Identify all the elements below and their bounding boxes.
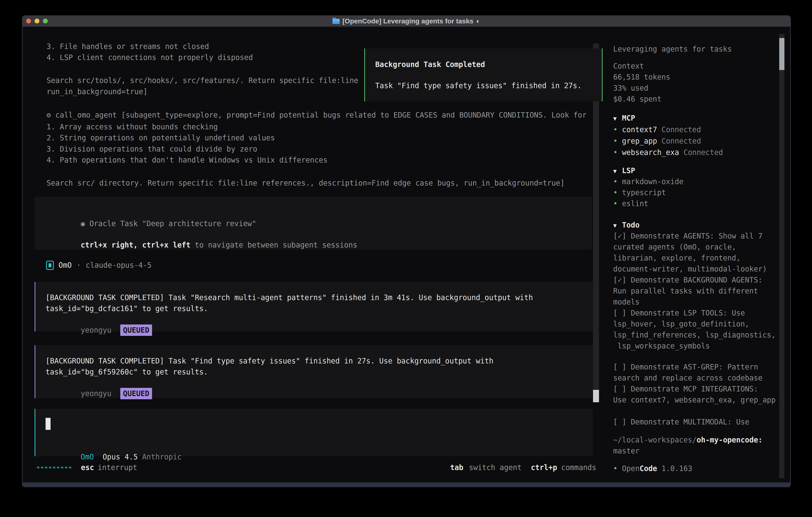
lsp-item: •markdown-oxide [613,176,684,187]
oracle-task-title: Oracle Task "Deep architecture review" [85,219,256,228]
status-badge: QUEUED [120,324,152,336]
context-heading: Context [613,61,644,72]
task-user: yeongyu [81,326,112,334]
todo-line: search and replace across codebase [613,373,762,383]
window-bottom-edge [22,483,791,487]
lsp-section-header[interactable]: ▼LSP [613,165,635,177]
green-dot-icon: • [613,124,622,135]
lsp-heading: LSP [622,166,635,175]
terminal-line: 4. LSP client connections not properly d… [47,52,253,63]
todo-line: [✓] Demonstrate AGENTS: Show all 7 [613,230,762,242]
agent-header: OmO · claude-opus-4-5 [46,260,152,271]
context-spent: $0.46 spent [613,93,662,105]
session-state-icon: ◐ [476,16,481,27]
toast-title: Background Task Completed [375,59,485,70]
session-title: Leveraging agents for tasks [613,44,732,55]
lsp-name: eslint [622,199,648,208]
ctrlp-key-label: commands [561,462,597,473]
oracle-task-panel: ◉ Oracle Task "Deep architecture review"… [35,197,592,249]
green-dot-icon: • [613,147,622,158]
todo-line: [ ] Demonstrate MULTIMODAL: Use [613,416,749,428]
lsp-name: typescript [622,188,666,197]
lsp-item: •eslint [613,198,648,209]
task-message-line: [BACKGROUND TASK COMPLETED] Task "Resear… [46,292,533,303]
todo-line-active: lsp_hover, lsp_goto_definition, [613,319,749,329]
statusbar-left: esc interrupt [37,462,137,473]
mcp-section-header[interactable]: ▼MCP [613,113,635,124]
folder-icon [332,19,340,24]
todo-line-active: lsp_workspace_symbols [613,341,710,351]
mcp-item: •grep_app Connected [613,136,701,146]
todo-line: Run parallel tasks with different [613,285,758,297]
task-user: yeongyu [81,389,112,398]
todo-line-active: lsp_find_references, lsp_diagnostics, [613,329,776,341]
green-dot-icon: • [613,463,622,474]
todo-line: models [613,297,640,307]
traffic-lights [26,19,48,23]
path-prefix: ~/local-workspaces/ [613,436,697,444]
close-button[interactable] [26,19,31,23]
mcp-status: Connected [662,137,701,145]
terminal-line: 1. Array access without bounds checking [47,121,218,132]
chevron-down-icon: ▼ [613,113,622,124]
input-model-name: Opus 4.5 [103,453,138,461]
todo-line: document-writer, multimodal-looker) [613,264,767,274]
todo-line-active: [ ] Demonstrate LSP TOOLS: Use [613,307,745,319]
esc-key-label: interrupt [98,462,137,473]
shortcut-keys: ctrl+x right, ctrl+x left [81,241,191,249]
mcp-name: context7 [622,125,657,134]
agent-model: claude-opus-4-5 [86,260,152,271]
desktop: [OpenCode] Leveraging agents for tasks ◐… [0,0,812,517]
window-title: [OpenCode] Leveraging agents for tasks [343,16,473,27]
ctrlp-key-hint: ctrl+p [531,462,557,473]
chevron-down-icon: ▼ [613,166,622,177]
shortcut-description: to navigate between subagent sessions [191,241,357,249]
sidebar-scrollbar-thumb[interactable] [779,38,784,70]
mcp-item: •context7 Connected [613,124,701,135]
sidebar-scrollbar[interactable] [779,34,784,478]
prompt-input[interactable]: OmO Opus 4.5 Anthropic [35,409,593,456]
tab-key-label: switch agent [469,462,522,473]
context-used: 33% used [613,83,648,93]
chevron-down-icon: ▼ [613,220,622,231]
mcp-item: •websearch_exa Connected [613,147,723,158]
progress-dashes-icon [37,467,71,468]
task-message-line: task_id="bg_dcfac161" to get results. [46,303,208,314]
mcp-status: Connected [662,125,701,134]
app-name-em: Code [640,464,657,473]
status-badge: QUEUED [120,388,152,399]
todo-line: curated agents (OmO, oracle, [613,242,736,252]
todo-line: librarian, explore, frontend, [613,252,741,264]
opencode-window: [OpenCode] Leveraging agents for tasks ◐… [22,16,791,487]
green-dot-icon: • [613,198,622,209]
terminal-line: 2. String operations on potentially unde… [47,132,275,143]
esc-key-hint: esc [81,462,94,473]
todo-section-header[interactable]: ▼Todo [613,219,640,231]
context-tokens: 66,518 tokens [613,72,670,83]
terminal-line: Search src/ directory. Return specific f… [47,178,564,189]
mcp-name: websearch_exa [622,148,679,157]
green-dot-icon: • [613,136,622,146]
separator-dot: · [77,260,81,271]
todo-line: [ ] Demonstrate AST-GREP: Pattern [613,361,758,373]
app-name-dim: Open [622,464,640,473]
todo-heading: Todo [622,221,640,229]
task-message-line: task_id="bg_6f59260c" to get results. [46,366,208,377]
todo-line: [✓] Demonstrate BACKGROUND AGENTS: [613,274,762,285]
tab-key-hint: tab [450,462,463,473]
toast-body: Task "Find type safety issues" finished … [375,80,582,91]
statusbar-right: tab switch agent ctrl+p commands [450,462,596,473]
window-title-group: [OpenCode] Leveraging agents for tasks ◐ [332,16,480,27]
green-dot-icon: • [613,187,622,198]
agent-name: OmO [59,260,72,271]
input-agent-name: OmO [81,453,94,461]
terminal-line: 3. File handles or streams not closed [47,41,209,52]
zoom-button[interactable] [43,19,48,23]
todo-line: [ ] Demonstrate MCP INTEGRATIONS: [613,383,758,394]
lsp-name: markdown-oxide [622,177,684,186]
green-dot-icon: • [613,176,622,187]
minimize-button[interactable] [35,19,39,23]
main-scrollbar-thumb[interactable] [593,390,599,402]
task-message: [BACKGROUND TASK COMPLETED] Task "Resear… [35,282,593,331]
terminal-line: run_in_background=true] [47,86,147,97]
